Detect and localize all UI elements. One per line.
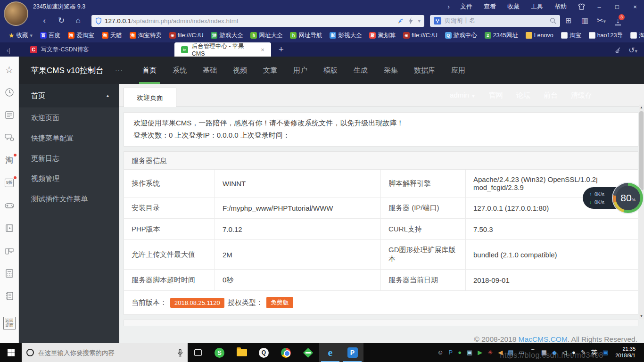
refresh-icon[interactable]: ↻ [53, 14, 70, 28]
bookmark-item[interactable]: ◉file:///C:/U [165, 32, 207, 39]
app-internet-explorer[interactable]: e [319, 343, 341, 362]
tray-shield-icon[interactable]: ◆ [552, 343, 557, 362]
maximize-button[interactable]: □ [608, 3, 626, 10]
sidebar-item-video-manage[interactable]: 视频管理 [19, 168, 119, 189]
tab-cms-admin[interactable]: tv 后台管理中心 - 苹果CMS × [174, 42, 271, 57]
bookmark-item[interactable]: 游游戏大全 [207, 32, 247, 40]
menu-view[interactable]: 查看 [478, 2, 502, 11]
tray-flower-icon[interactable]: ✳ [487, 343, 493, 362]
menu-help[interactable]: 帮助 [549, 2, 572, 11]
user-avatar[interactable] [4, 1, 28, 26]
home-icon[interactable]: ⌂ [70, 14, 87, 28]
tray-keyboard-icon[interactable]: ▦ [541, 343, 547, 362]
scrollbar-thumb[interactable] [639, 111, 644, 190]
bookmark-item[interactable]: 淘宝9块9 [627, 32, 644, 40]
bookmark-item[interactable]: 百百度 [36, 32, 64, 40]
close-button[interactable]: × [626, 3, 644, 10]
bookmark-item[interactable]: h网址导航 [286, 32, 326, 40]
bookmark-item[interactable]: 影影视大全 [326, 32, 365, 40]
task-view-icon[interactable] [188, 343, 208, 362]
ime-language-icon[interactable]: 英 [591, 343, 597, 362]
tab-close-icon[interactable]: × [261, 46, 264, 53]
chat-icon[interactable] [4, 132, 15, 143]
nav-more-icon[interactable]: ··· [115, 66, 123, 74]
app-2345-browser[interactable]: P [341, 343, 363, 362]
tray-volume-icon[interactable]: ◁ [562, 343, 567, 362]
scroll-down-icon[interactable]: ▼ [639, 313, 644, 319]
new-tab-icon[interactable]: + [271, 44, 291, 57]
favorites-sidebar-icon[interactable]: ☆ [4, 64, 15, 75]
menu-favorites[interactable]: 收藏 [502, 2, 525, 11]
menu-expand-icon[interactable]: › [443, 3, 454, 10]
tray-window-icon[interactable]: ▤ [508, 343, 513, 362]
app-qq[interactable]: Q [253, 343, 275, 362]
lightning-icon[interactable] [408, 17, 413, 25]
nav-user[interactable]: 用户 [285, 57, 315, 84]
tray-qq-icon[interactable]: ● [572, 343, 576, 362]
taskbar-search[interactable] [22, 343, 188, 362]
return-desktop-button[interactable]: 返回 桌面 [3, 317, 16, 329]
nav-video[interactable]: 视频 [225, 57, 255, 84]
nav-apps[interactable]: 应用 [443, 57, 473, 84]
rocket-icon[interactable] [397, 17, 404, 25]
tray-horn-icon[interactable]: ◀ [498, 343, 503, 362]
minimize-button[interactable]: – [590, 3, 608, 10]
bookmark-item[interactable]: 淘天猫 [98, 32, 126, 40]
scroll-up-icon[interactable]: ▲ [639, 105, 644, 110]
nav-home[interactable]: 首页 [134, 57, 165, 84]
bookmark-item[interactable]: 22345网址 [481, 32, 522, 40]
tray-chat-icon[interactable]: ● [458, 343, 462, 362]
app-file-explorer[interactable] [231, 343, 253, 362]
taobao-icon[interactable]: 淘 [4, 155, 15, 166]
bookmark-item[interactable]: 聚聚划算 [365, 32, 399, 40]
bookmark-item[interactable]: Lenovo [522, 32, 557, 39]
bookmark-item[interactable]: hao123导 [585, 32, 627, 40]
tab-welcome-page[interactable]: 欢迎页面 [124, 88, 176, 107]
taskbar-search-input[interactable] [38, 349, 156, 356]
taskbar-clock[interactable]: 21:35 2018/9/1 [613, 346, 640, 359]
nav-template[interactable]: 模版 [315, 57, 346, 84]
nav-system[interactable]: 系统 [165, 57, 195, 84]
tray-pen-icon[interactable]: ✎ [581, 343, 586, 362]
clean-broom-icon[interactable] [614, 47, 622, 54]
bookmark-item[interactable]: 淘爱淘宝 [64, 32, 98, 40]
tray-contacts-icon[interactable]: ▣ [603, 343, 608, 362]
bookmark-item[interactable]: 淘宝 [557, 32, 585, 40]
speed-monitor-widget[interactable]: ↑0K/s ↓0K/s 80% [583, 183, 643, 213]
nav-database[interactable]: 数据库 [406, 57, 443, 84]
news-icon[interactable] [4, 109, 15, 121]
history-clock-icon[interactable] [4, 87, 15, 98]
nav-article[interactable]: 文章 [255, 57, 285, 84]
games-gamepad-icon[interactable] [4, 200, 15, 211]
menu-file[interactable]: 文件 [454, 2, 478, 11]
tab-scroll-left-icon[interactable]: ‹| [0, 47, 17, 57]
coupon-icon[interactable]: 5折 [4, 177, 15, 189]
nav-basic[interactable]: 基础 [195, 57, 225, 84]
resource-gauge[interactable]: 80% [613, 183, 643, 213]
sidebar-item-test-plugin[interactable]: 测试插件文件菜单 [19, 189, 119, 209]
skin-icon[interactable] [572, 3, 590, 10]
app-green-diamond[interactable] [297, 343, 319, 362]
video-film-icon[interactable] [4, 222, 15, 234]
link-frontend[interactable]: 前台 [544, 91, 558, 100]
browser-search-box[interactable]: 页游前十名 [430, 15, 560, 27]
sidebar-item-welcome[interactable]: 欢迎页面 [19, 107, 119, 128]
screenshot-scissors-icon[interactable]: ✂▾ [593, 14, 610, 28]
download-manager-icon[interactable]: ↓ 3 [610, 14, 626, 28]
address-bar[interactable]: 127.0.0.1 /sp/admin.php/admin/index/inde… [91, 15, 424, 27]
tray-screenshot-icon[interactable]: ▣ [467, 343, 472, 362]
tab-csdn[interactable]: C 写文章-CSDN博客 [24, 42, 113, 57]
footer-link[interactable]: MacCMS.COM [519, 335, 568, 343]
link-clear-cache[interactable]: 清缓存 [571, 91, 592, 100]
calculator-icon[interactable] [4, 268, 15, 279]
back-icon[interactable]: ‹ [36, 14, 53, 28]
apps-grid-icon[interactable]: ⊞ [560, 14, 577, 28]
favorites-menu[interactable]: ★ 收藏 ▾ [5, 32, 36, 40]
start-button[interactable] [0, 343, 22, 362]
tray-user-icon[interactable]: ☺ [437, 343, 443, 362]
tray-wifi-icon[interactable]: ⌒ [530, 343, 536, 362]
bookmark-item[interactable]: Q游戏中心 [441, 32, 481, 40]
bookmark-item[interactable]: 淘淘宝特卖 [126, 32, 165, 40]
app-speed-tool[interactable]: S [208, 343, 231, 362]
bookmark-item[interactable]: h网址大全 [247, 32, 286, 40]
